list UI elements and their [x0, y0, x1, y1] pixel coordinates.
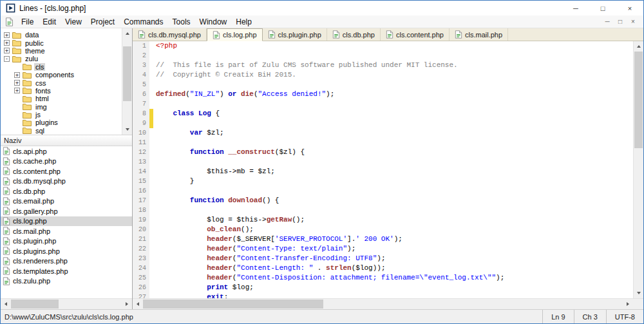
code-line[interactable]: 9	[133, 119, 633, 128]
editor-vertical-scrollbar[interactable]	[633, 41, 643, 298]
tree-item-img[interactable]: img	[1, 103, 122, 111]
scroll-up-icon[interactable]	[634, 41, 643, 52]
editor-horizontal-scrollbar[interactable]	[133, 298, 633, 309]
file-item-cls.renderers.php[interactable]: cls.renderers.php	[1, 256, 132, 267]
code-line[interactable]: 17 function download() {	[133, 196, 633, 205]
code-line[interactable]: 11	[133, 138, 633, 148]
code-line[interactable]: 10 var $zl;	[133, 128, 633, 138]
file-item-cls.templates.php[interactable]: cls.templates.php	[1, 266, 132, 276]
file-item-cls.zulu.php[interactable]: cls.zulu.php	[1, 276, 132, 287]
code-line[interactable]: 21 header($_SERVER['SERVER_PROTOCOL'].' …	[133, 234, 633, 244]
collapse-icon[interactable]: -	[4, 56, 10, 62]
tree-item-plugins[interactable]: plugins	[1, 119, 122, 126]
code-line[interactable]: 19 $log = $this->getRaw();	[133, 215, 633, 225]
editor-vscrollbar-track[interactable]	[634, 52, 643, 288]
code-line[interactable]: 5	[133, 80, 633, 90]
menu-item-window[interactable]: Window	[195, 15, 232, 28]
file-item-cls.db.mysql.php[interactable]: cls.db.mysql.php	[1, 176, 132, 187]
code-line[interactable]: 27 exit;	[133, 292, 633, 298]
code-line[interactable]: 7	[133, 99, 633, 109]
tree-item-zulu[interactable]: -zulu	[1, 55, 122, 62]
close-button[interactable]: ×	[616, 1, 643, 15]
tree-item-css[interactable]: +css	[1, 79, 122, 86]
file-list-scrollbar-thumb[interactable]	[11, 300, 59, 309]
tab-cls.plugin.php[interactable]: cls.plugin.php	[263, 28, 327, 41]
code-line[interactable]: 22 header("Content-Type: text/plain");	[133, 244, 633, 254]
menu-item-edit[interactable]: Edit	[38, 15, 61, 28]
expand-icon[interactable]: +	[4, 48, 10, 53]
code-line[interactable]: 12 function __construct($zl) {	[133, 148, 633, 157]
tree-item-cls[interactable]: cls	[1, 63, 122, 71]
code-line[interactable]: 4// Copyright © Creatix BiH 2015.	[133, 70, 633, 80]
scroll-left-icon[interactable]	[133, 299, 143, 309]
code-line[interactable]: 25 header("Content-Disposition: attachme…	[133, 273, 633, 283]
code-line[interactable]: 13	[133, 157, 633, 167]
file-item-cls.content.php[interactable]: cls.content.php	[1, 166, 132, 176]
file-list-horizontal-scrollbar[interactable]	[1, 298, 132, 309]
title-bar[interactable]: Lines - [cls.log.php] ─ □ ×	[1, 1, 643, 15]
tree-item-js[interactable]: js	[1, 111, 122, 119]
scroll-left-icon[interactable]	[1, 299, 11, 309]
expand-icon[interactable]: +	[14, 80, 20, 86]
scroll-up-icon[interactable]	[122, 28, 132, 39]
menu-item-view[interactable]: View	[61, 15, 86, 28]
code-line[interactable]: 3// This file is part of Zulu CMS softwa…	[133, 61, 633, 70]
minimize-button[interactable]: ─	[562, 1, 589, 15]
file-list-header[interactable]: Naziv	[1, 135, 132, 146]
expand-icon[interactable]: +	[4, 40, 10, 46]
expand-icon[interactable]: +	[14, 72, 20, 78]
expand-icon[interactable]: +	[4, 32, 10, 38]
code-line[interactable]: 6defined("IN_ZL") or die("Access denied!…	[133, 90, 633, 99]
editor-hscrollbar-track[interactable]	[143, 299, 623, 309]
tab-cls.db.php[interactable]: cls.db.php	[327, 28, 381, 41]
maximize-button[interactable]: □	[589, 1, 616, 15]
file-item-cls.plugins.php[interactable]: cls.plugins.php	[1, 246, 132, 256]
code-line[interactable]: 14 $this->mb = $zl;	[133, 167, 633, 176]
scroll-down-icon[interactable]	[122, 124, 132, 135]
mdi-restore-button[interactable]: □	[616, 18, 624, 25]
menu-item-file[interactable]: File	[17, 15, 38, 28]
file-item-cls.mail.php[interactable]: cls.mail.php	[1, 226, 132, 236]
menu-item-commands[interactable]: Commands	[119, 15, 167, 28]
file-item-cls.log.php[interactable]: cls.log.php	[1, 216, 132, 227]
menu-item-help[interactable]: Help	[231, 15, 256, 28]
code-area[interactable]: 1<?php23// This file is part of Zulu CMS…	[133, 41, 633, 298]
editor-vscrollbar-thumb[interactable]	[634, 52, 643, 148]
tree-item-components[interactable]: +components	[1, 71, 122, 79]
code-line[interactable]: 18	[133, 205, 633, 215]
code-line[interactable]: 16	[133, 186, 633, 196]
tree-item-sql[interactable]: sql	[1, 127, 122, 135]
mdi-minimize-button[interactable]: ─	[603, 18, 611, 25]
code-line[interactable]: 2	[133, 51, 633, 61]
tree-item-fonts[interactable]: +fonts	[1, 87, 122, 95]
file-item-cls.db.php[interactable]: cls.db.php	[1, 186, 132, 196]
editor-hscrollbar-thumb[interactable]	[143, 300, 323, 309]
file-item-cls.api.php[interactable]: cls.api.php	[1, 146, 132, 157]
menu-item-tools[interactable]: Tools	[168, 15, 195, 28]
tab-cls.content.php[interactable]: cls.content.php	[381, 28, 450, 41]
scroll-right-icon[interactable]	[623, 299, 633, 309]
code-line[interactable]: 23 header("Content-Transfer-Encoding: UT…	[133, 254, 633, 263]
mdi-close-button[interactable]: ×	[629, 18, 637, 25]
code-line[interactable]: 20 ob_clean();	[133, 225, 633, 234]
tab-cls.mail.php[interactable]: cls.mail.php	[450, 28, 508, 41]
file-item-cls.gallery.php[interactable]: cls.gallery.php	[1, 206, 132, 216]
tree-scrollbar-thumb[interactable]	[123, 46, 131, 101]
tree-item-public[interactable]: +public	[1, 39, 122, 46]
code-line[interactable]: 8 class Log {	[133, 109, 633, 119]
tab-cls.log.php[interactable]: cls.log.php	[207, 28, 263, 41]
menu-item-project[interactable]: Project	[86, 15, 119, 28]
file-item-cls.email.php[interactable]: cls.email.php	[1, 196, 132, 207]
code-line[interactable]: 1<?php	[133, 41, 633, 51]
code-line[interactable]: 24 header("Content-Length: " . strlen($l…	[133, 263, 633, 273]
tree-vertical-scrollbar[interactable]	[122, 28, 132, 135]
file-list-scrollbar-track[interactable]	[11, 299, 122, 309]
tree-item-html[interactable]: html	[1, 95, 122, 102]
code-line[interactable]: 26 print $log;	[133, 283, 633, 292]
file-item-cls.plugin.php[interactable]: cls.plugin.php	[1, 236, 132, 247]
tree-item-theme[interactable]: +theme	[1, 47, 122, 55]
tree-item-data[interactable]: +data	[1, 31, 122, 39]
file-item-cls.cache.php[interactable]: cls.cache.php	[1, 157, 132, 167]
tab-cls.db.mysql.php[interactable]: cls.db.mysql.php	[133, 28, 207, 41]
scroll-down-icon[interactable]	[634, 288, 643, 298]
